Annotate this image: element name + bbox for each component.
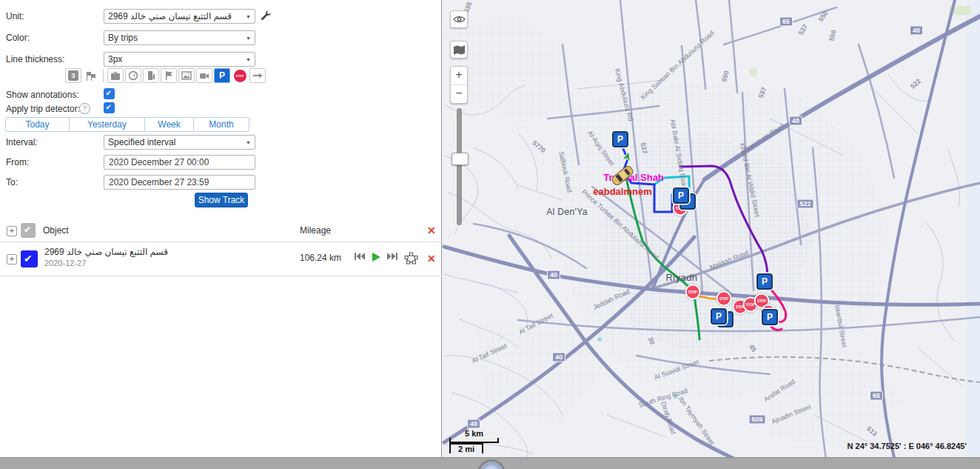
skip-to-start-button[interactable] <box>354 252 366 261</box>
expand-row-icon[interactable]: + <box>7 254 17 265</box>
mileage-column-header: Mileage <box>300 225 331 236</box>
scale-km-bar <box>449 438 499 443</box>
events-count-button[interactable]: 3 <box>65 68 81 83</box>
chevron-down-icon: ▼ <box>246 36 251 41</box>
map-scale: 5 km 2 mi <box>449 429 499 453</box>
fuel-button[interactable] <box>143 68 159 83</box>
line-thickness-select[interactable]: 3px ▼ <box>104 52 255 67</box>
to-input[interactable] <box>104 175 255 190</box>
row-checkbox[interactable] <box>21 250 38 267</box>
chevron-down-icon: ▼ <box>246 57 251 62</box>
today-button[interactable]: Today <box>5 117 70 132</box>
arrow-right-icon <box>252 72 263 79</box>
quick-range-buttons: Today Yesterday Week Month <box>5 117 249 132</box>
track-settings-panel: Unit: قسم التتبع نيسان صني خالد 2969 ▼ C… <box>0 0 442 457</box>
map[interactable]: Dammam RoadKing Salman Bin Abdulaziz Roa… <box>442 0 980 457</box>
zoom-slider-thumb[interactable] <box>452 153 469 165</box>
zoom-control: + − <box>450 66 468 104</box>
eye-icon <box>453 15 466 24</box>
expand-all-icon[interactable]: + <box>7 226 17 236</box>
folded-map-icon <box>453 45 465 55</box>
color-select[interactable]: By trips ▼ <box>104 30 255 45</box>
interval-label: Interval: <box>6 137 38 147</box>
unit-select-value: قسم التتبع نيسان صني خالد 2969 <box>108 11 232 21</box>
unit-label: Unit: <box>6 11 24 21</box>
from-label: From: <box>6 157 29 167</box>
zoom-in-button[interactable]: + <box>451 67 467 85</box>
help-icon[interactable]: ? <box>79 103 90 114</box>
row-unit-name: قسم التتبع نيسان صني خالد 2969 <box>44 247 168 257</box>
chevron-down-icon: ▼ <box>246 140 251 145</box>
yesterday-button[interactable]: Yesterday <box>69 117 145 132</box>
zoom-out-button[interactable]: − <box>451 85 467 103</box>
scale-km-label: 5 km <box>449 429 499 438</box>
play-track-button[interactable] <box>371 252 381 262</box>
scale-mi-bar: 2 mi <box>449 443 483 453</box>
cursor-coordinates: N 24° 34.7525' : E 046° 46.8245' <box>848 442 967 450</box>
object-column-header: Object <box>43 225 69 236</box>
row-date: 2020-12-27 <box>44 259 86 267</box>
map-source-button[interactable] <box>450 41 468 59</box>
color-label: Color: <box>6 33 30 43</box>
bottom-taskbar <box>0 457 980 469</box>
markers-button[interactable] <box>83 68 99 83</box>
parkings-button[interactable]: P <box>214 68 230 83</box>
speedings-button[interactable] <box>125 68 141 83</box>
unit-select[interactable]: قسم التتبع نيسان صني خالد 2969 ▼ <box>104 9 255 24</box>
interval-select-value: Specified interval <box>108 137 175 147</box>
events-count-icon: 3 <box>68 70 78 81</box>
track-result-row[interactable]: + قسم التتبع نيسان صني خالد 2969 2020-12… <box>0 242 442 276</box>
show-track-button[interactable]: Show Track <box>195 193 248 207</box>
parking-icon: P <box>219 70 225 81</box>
to-label: To: <box>6 177 18 187</box>
briefcase-icon <box>110 71 121 81</box>
directions-button[interactable] <box>249 68 266 83</box>
chevron-down-icon: ▼ <box>246 14 251 19</box>
dock-emblem-icon[interactable] <box>477 459 506 469</box>
flags-pair-icon <box>85 70 97 82</box>
results-table-header: + Object Mileage ✕ <box>0 219 442 242</box>
interval-select[interactable]: Specified interval ▼ <box>104 135 255 150</box>
delete-row-icon[interactable]: ✕ <box>427 253 436 265</box>
trip-detector-label: Apply trip detector: <box>6 104 80 114</box>
skip-to-end-button[interactable] <box>386 252 398 261</box>
select-all-checkbox[interactable] <box>21 223 36 238</box>
delete-all-icon[interactable]: ✕ <box>427 224 436 236</box>
geofence-polygon-icon[interactable] <box>404 252 418 265</box>
month-button[interactable]: Month <box>193 117 249 132</box>
images-button[interactable] <box>178 68 195 83</box>
flag-icon <box>164 70 173 81</box>
show-annotations-checkbox[interactable] <box>104 88 115 99</box>
video-camera-icon <box>199 72 209 80</box>
trip-detector-checkbox[interactable] <box>104 102 115 113</box>
map-canvas <box>442 0 980 457</box>
unit-settings-wrench-icon[interactable] <box>261 10 272 21</box>
row-mileage: 106.24 km <box>300 253 341 263</box>
trips-button[interactable] <box>107 68 124 83</box>
visibility-eye-button[interactable] <box>450 10 468 28</box>
track-layers-toolbar: 3 P STOP <box>65 68 266 83</box>
fuel-pump-icon <box>147 70 156 81</box>
line-thickness-value: 3px <box>108 54 122 64</box>
from-input[interactable] <box>104 155 255 170</box>
video-button[interactable] <box>196 68 212 83</box>
line-thickness-label: Line thickness: <box>6 54 64 64</box>
zoom-slider-track[interactable] <box>457 108 462 225</box>
photo-icon <box>181 71 192 80</box>
gauge-icon <box>128 70 138 81</box>
toolbar-separator <box>103 69 104 82</box>
stops-button[interactable]: STOP <box>232 68 248 83</box>
color-select-value: By trips <box>108 33 138 43</box>
week-button[interactable]: Week <box>144 117 194 132</box>
show-annotations-label: Show annotations: <box>6 90 79 100</box>
flags-button[interactable] <box>161 68 177 83</box>
stop-sign-icon: STOP <box>234 70 246 82</box>
